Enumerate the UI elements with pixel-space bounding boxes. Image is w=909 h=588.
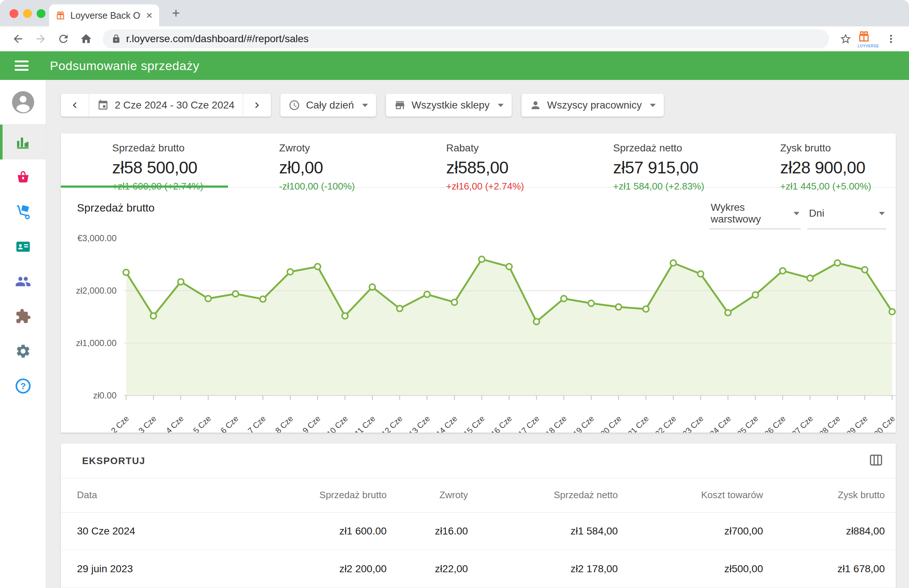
kpi-tab-gross-profit[interactable]: Zysk brutto zł28 900,00 +zł1 445,00 (+5.… (729, 133, 896, 187)
kpi-tab-net-sales[interactable]: Sprzedaż netto zł57 915,00 +zł1 584,00 (… (562, 133, 729, 187)
chevron-down-icon (794, 212, 799, 215)
svg-text:18 Cze: 18 Cze (544, 414, 568, 433)
minimize-window-button[interactable] (23, 9, 32, 18)
svg-text:3 Cze: 3 Cze (137, 414, 158, 433)
home-icon (80, 32, 92, 45)
table-row[interactable]: 30 Cze 2024 zł1 600.00 zł16.00 zł1 584,0… (61, 512, 896, 550)
tab-title: Loyverse Back Office (70, 10, 141, 21)
zoom-window-button[interactable] (37, 9, 45, 18)
reload-button[interactable] (53, 29, 73, 49)
back-button[interactable] (8, 29, 28, 49)
gear-icon (15, 343, 31, 359)
new-tab-button[interactable]: + (169, 6, 183, 21)
date-range-button[interactable]: 2 Cze 2024 - 30 Cze 2024 (89, 94, 243, 116)
help-icon: ? (15, 378, 31, 394)
tab-close-icon[interactable]: × (146, 10, 152, 21)
forward-icon (34, 32, 47, 45)
sales-area-chart[interactable]: €3,000.00zł2,000.00zł1,000.00zł0.002 Cze… (61, 233, 896, 433)
close-window-button[interactable] (10, 9, 18, 18)
sidebar-item-items[interactable] (0, 160, 46, 194)
sidebar-item-inventory[interactable] (0, 194, 46, 229)
kebab-menu-icon (885, 32, 897, 45)
kpi-tab-discounts[interactable]: Rabaty zł585,00 +zł16,00 (+2.74%) (395, 133, 562, 187)
kpi-label: Zysk brutto (780, 142, 896, 154)
hamburger-menu-icon[interactable] (15, 60, 29, 71)
stores-filter-button[interactable]: Wszystkie sklepy (386, 94, 512, 116)
address-bar[interactable]: r.loyverse.com/dashboard/#/report/sales (103, 29, 829, 48)
bookmark-button[interactable] (836, 29, 856, 49)
browser-window: Loyverse Back Office × + r.loyverse.com/… (0, 0, 909, 588)
active-kpi-indicator (61, 186, 228, 188)
loyverse-extension-button[interactable]: LOYVERSE (859, 29, 878, 49)
chevron-down-icon (650, 104, 656, 107)
svg-text:26 Cze: 26 Cze (763, 414, 787, 433)
col-header-gross-profit: Zysk brutto (767, 478, 896, 512)
svg-text:zł2,000.00: zł2,000.00 (76, 286, 116, 296)
table-row[interactable]: 29 juin 2023 zł2 200,00 zł22,00 zł2 178,… (61, 550, 896, 588)
cell-refunds: zł16.00 (390, 512, 472, 550)
sidebar-item-profile[interactable] (0, 80, 46, 124)
kpi-value: zł0,00 (279, 158, 395, 178)
sales-table: Data Sprzedaż brutto Zwroty Sprzedaż net… (61, 478, 896, 588)
next-period-button[interactable] (243, 94, 271, 116)
kpi-tab-refunds[interactable]: Zwroty zł0,00 -zł100,00 (-100%) (228, 133, 395, 187)
svg-text:29 Cze: 29 Cze (845, 414, 869, 433)
view-columns-icon (869, 453, 883, 467)
sidebar-item-integrations[interactable] (0, 299, 46, 334)
avatar-icon (11, 90, 35, 115)
svg-text:€3,000.00: €3,000.00 (77, 233, 116, 243)
people-icon (15, 273, 31, 289)
window-controls (10, 9, 45, 18)
chart-type-select[interactable]: Wykres warstwowy (709, 202, 801, 229)
cell-date: 29 juin 2023 (61, 550, 234, 588)
columns-button[interactable] (869, 453, 883, 469)
store-icon (394, 99, 406, 111)
tab-strip: Loyverse Back Office × + (0, 0, 909, 26)
cell-net-sales: zł1 584,00 (472, 512, 622, 550)
table-header-row: Data Sprzedaż brutto Zwroty Sprzedaż net… (61, 478, 896, 512)
kpi-label: Zwroty (279, 142, 395, 154)
kpi-tab-gross-sales[interactable]: Sprzedaż brutto zł58 500,00 +zł1 600,00 … (61, 133, 228, 187)
cell-net-sales: zł2 178,00 (472, 550, 622, 588)
home-button[interactable] (76, 29, 96, 49)
kpi-label: Sprzedaż netto (613, 142, 729, 154)
sidebar-item-customers[interactable] (0, 229, 46, 264)
kpi-label: Sprzedaż brutto (112, 142, 228, 154)
svg-text:5 Cze: 5 Cze (191, 414, 213, 433)
svg-text:zł0.00: zł0.00 (93, 391, 116, 400)
sales-summary-card: Sprzedaż brutto zł58 500,00 +zł1 600,00 … (61, 133, 896, 433)
cell-gross-sales: zł1 600.00 (234, 512, 390, 550)
svg-text:21 Cze: 21 Cze (626, 414, 651, 433)
cell-refunds: zł22,00 (390, 550, 472, 588)
day-part-filter-button[interactable]: Cały dzień (280, 94, 376, 116)
sidebar-item-employees[interactable] (0, 264, 46, 299)
chevron-down-icon (498, 104, 504, 107)
forward-button[interactable] (31, 29, 50, 49)
svg-text:9 Cze: 9 Cze (301, 414, 322, 433)
reload-icon (57, 32, 69, 45)
browser-tab[interactable]: Loyverse Back Office × (49, 5, 159, 26)
export-button[interactable]: EKSPORTUJ (77, 452, 150, 470)
clock-icon (289, 99, 300, 111)
sidebar-item-settings[interactable] (0, 334, 46, 368)
kpi-value: zł57 915,00 (613, 158, 729, 178)
table-toolbar: EKSPORTUJ (61, 444, 896, 478)
kpi-tabs: Sprzedaż brutto zł58 500,00 +zł1 600,00 … (61, 133, 896, 188)
extension-caption: LOYVERSE (858, 44, 879, 48)
svg-text:15 Cze: 15 Cze (462, 414, 486, 433)
sales-table-card: EKSPORTUJ Data Sprzedaż brutto Zwroty (61, 444, 896, 588)
sidebar-item-reports[interactable] (0, 124, 46, 160)
browser-menu-button[interactable] (881, 29, 901, 49)
sidebar-item-help[interactable]: ? (0, 368, 46, 403)
svg-text:8 Cze: 8 Cze (273, 414, 295, 433)
svg-text:24 Cze: 24 Cze (708, 414, 733, 433)
filter-row: 2 Cze 2024 - 30 Cze 2024 Cały dzień Wszy… (61, 94, 896, 116)
granularity-select[interactable]: Dni (807, 202, 886, 229)
kpi-label: Rabaty (446, 142, 562, 154)
lock-icon (111, 34, 121, 44)
prev-period-button[interactable] (61, 94, 89, 116)
main-content: 2 Cze 2024 - 30 Cze 2024 Cały dzień Wszy… (46, 80, 909, 588)
employees-filter-button[interactable]: Wszyscy pracownicy (521, 94, 664, 116)
star-icon (840, 32, 852, 45)
chart-title: Sprzedaż brutto (77, 202, 155, 214)
